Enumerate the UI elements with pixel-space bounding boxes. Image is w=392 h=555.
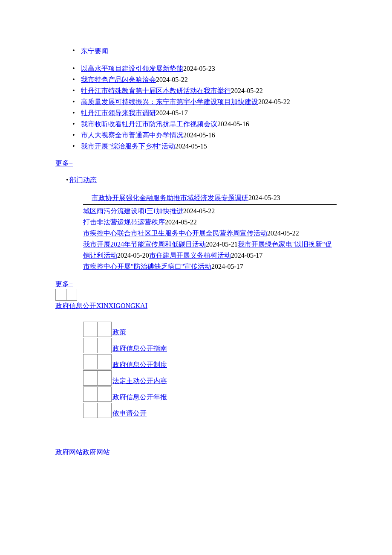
info-report-link[interactable]: 政府信息公开年报: [112, 393, 167, 402]
news-date: 2024-05-21: [206, 241, 238, 248]
info-content-link[interactable]: 法定主动公开内容: [112, 377, 167, 386]
placeholder-icon: [97, 322, 112, 337]
list-item: 我市开展"综治服务下乡村"活动2024-05-15: [72, 141, 392, 151]
tab-dongning-news[interactable]: 东宁要闻: [81, 47, 108, 55]
placeholder-icon: [83, 403, 98, 418]
news-date: 2024-05-22: [258, 98, 290, 105]
news-date: 2024-05-16: [183, 131, 215, 139]
placeholder-icon: [66, 289, 77, 301]
info-guide-link[interactable]: 政府信息公开指南: [112, 344, 167, 353]
news-date: 2024-05-20: [117, 252, 149, 259]
dept-tab-bullet: 部门动态: [66, 176, 97, 183]
news-link[interactable]: 我市开展"综治服务下乡村"活动: [81, 142, 175, 150]
info-disclosure-link[interactable]: 政府信息公开XINXIGONGKAI: [55, 302, 147, 309]
list-item: 政策: [83, 321, 392, 337]
news-date: 2024-05-23: [248, 194, 280, 201]
placeholder-icon: [97, 386, 112, 402]
news-link[interactable]: 市人大视察全市普通高中办学情况: [81, 131, 183, 139]
list-item: 我市特色产品闪亮哈洽会2024-05-22: [72, 75, 392, 85]
info-system-link[interactable]: 政府信息公开制度: [112, 360, 167, 369]
dept-news-link[interactable]: 我市开展2024年节能宣传周和低碳日活动: [83, 241, 206, 248]
placeholder-icon: [97, 403, 112, 418]
news-date: 2024-05-17: [231, 252, 263, 259]
news-date: 2024-05-15: [175, 142, 207, 150]
dept-news-rest: 城区雨污分流建设项I三I加快推进2024-05-22 打击非法营运规范运营秩序2…: [83, 206, 337, 272]
tab-dept-news[interactable]: 部门动态: [69, 176, 97, 183]
dept-news-link[interactable]: 市政协开展强化金融服务助推市域经济发展专题调研: [92, 194, 248, 201]
placeholder-icon: [97, 354, 112, 369]
list-item: 政府信息公开年报: [83, 386, 392, 402]
list-item: 牡丹江市领导来我市调研2024-05-17: [72, 108, 392, 118]
gov-site-link[interactable]: 政府网站: [83, 448, 110, 456]
more-dept-link[interactable]: 更多+: [55, 280, 392, 289]
more-news-link[interactable]: 更多+: [55, 159, 392, 168]
gov-site-links: 政府网站政府网站: [55, 448, 392, 457]
news-link[interactable]: 牡丹江市领导来我市调研: [81, 109, 156, 116]
info-disclosure-list: 政策 政府信息公开指南 政府信息公开制度 法定主动公开内容 政府信息公开年报 依…: [83, 321, 392, 418]
news-date: 2024-05-22: [165, 218, 197, 226]
list-item: 法定主动公开内容: [83, 369, 392, 386]
news-date: 2024-05-22: [231, 87, 263, 94]
list-item: 以高水平项目建设引领发展新势能2024-05-23: [72, 64, 392, 74]
info-apply-link[interactable]: 依申请公开: [112, 409, 147, 418]
list-item: 政府信息公开指南: [83, 337, 392, 353]
news-link[interactable]: 我市特色产品闪亮哈洽会: [81, 76, 156, 83]
placeholder-icon: [83, 354, 98, 369]
list-item: 市人大视察全市普通高中办学情况2024-05-16: [72, 130, 392, 140]
list-item: 高质量发展可持续振兴：东宁市第宇小学建设项目加快建设2024-05-22: [72, 97, 392, 107]
news-link[interactable]: 以高水平项目建设引领发展新势能: [81, 65, 183, 72]
news-link[interactable]: 我市收听收看牡丹江市防汛抗旱工作视频会议: [81, 120, 217, 128]
news-date: 2024-05-17: [211, 263, 243, 270]
dept-news-link[interactable]: 市疾控中心开展"防治碘缺乏病口"宣传活动: [83, 263, 211, 270]
list-item: 牡丹江市特殊教育第十届区本教研活动在我市举行2024-05-22: [72, 86, 392, 96]
news-link[interactable]: 牡丹江市特殊教育第十届区本教研活动在我市举行: [81, 87, 231, 94]
placeholder-icon: [55, 289, 66, 301]
news-date: 2024-05-22: [267, 230, 299, 237]
placeholder-icon: [83, 338, 98, 353]
placeholder-icon: [83, 370, 98, 386]
dept-news-link[interactable]: 打击非法营运规范运营秩序: [83, 218, 165, 226]
info-policy-link[interactable]: 政策: [112, 328, 126, 337]
list-item: 我市收听收看牡丹江市防汛抗旱工作视频会议2024-05-16: [72, 119, 392, 129]
news-date: 2024-05-17: [156, 109, 188, 116]
news-list: 以高水平项目建设引领发展新势能2024-05-23 我市特色产品闪亮哈洽会202…: [72, 64, 392, 151]
list-item: 市政协开展强化金融服务助推市域经济发展专题调研2024-05-23: [83, 192, 337, 205]
news-date: 2024-05-16: [217, 120, 249, 128]
info-disclosure-title: 政府信息公开XINXIGONGKAI: [55, 302, 392, 311]
list-item: 依申请公开: [83, 402, 392, 418]
placeholder-icon: [83, 386, 98, 402]
news-section: 东宁要闻 以高水平项目建设引领发展新势能2024-05-23 我市特色产品闪亮哈…: [72, 47, 392, 151]
news-date: 2024-05-23: [183, 65, 215, 72]
dept-news-link[interactable]: 市住建局开展义务植树活动: [149, 252, 231, 259]
dept-news-list: 市政协开展强化金融服务助推市域经济发展专题调研2024-05-23 城区雨污分流…: [83, 192, 337, 272]
news-date: 2024-05-22: [183, 207, 215, 215]
gov-site-link[interactable]: 政府网站: [55, 448, 83, 456]
list-item: 政府信息公开制度: [83, 353, 392, 369]
dept-news-link[interactable]: 城区雨污分流建设项I三I加快推进: [83, 207, 183, 215]
placeholder-icon: [97, 338, 112, 353]
dept-tab-header-wrap: 部门动态: [66, 176, 392, 185]
dept-news-link[interactable]: 市疾控中心联合市社区卫生服务中心开展全民营养周宣传活动: [83, 230, 267, 237]
small-icon-boxes: [55, 289, 392, 301]
news-link[interactable]: 高质量发展可持续振兴：东宁市第宇小学建设项目加快建设: [81, 98, 258, 105]
news-date: 2024-05-22: [156, 76, 188, 83]
placeholder-icon: [97, 370, 112, 386]
news-tab-header: 东宁要闻: [72, 47, 392, 56]
placeholder-icon: [83, 322, 98, 337]
